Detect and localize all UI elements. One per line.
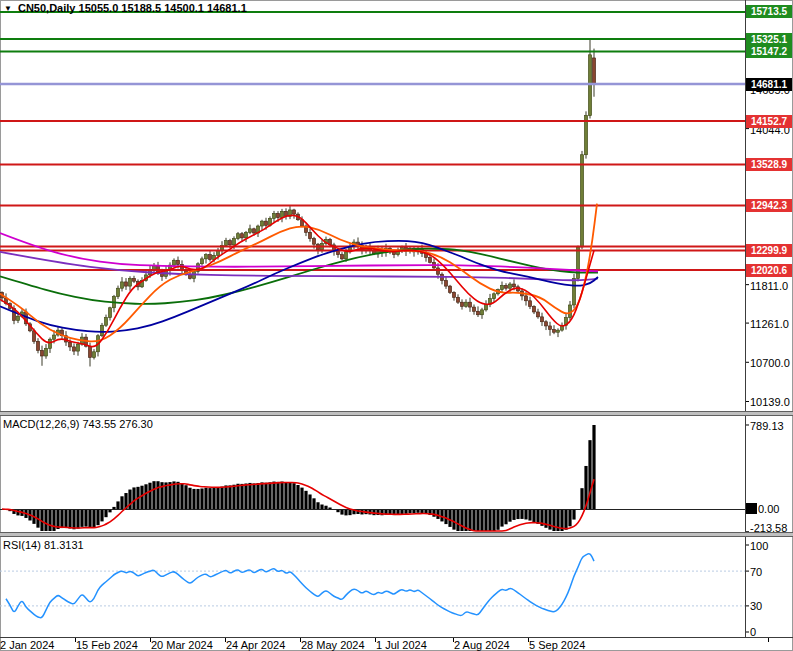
- macd-histogram-bar: [204, 488, 207, 509]
- price-scale-tick-label: 10139.0: [750, 396, 790, 408]
- current-price-label: 14681.1: [746, 78, 792, 91]
- macd-histogram-bar: [120, 496, 123, 509]
- date-label: 24 Apr 2024: [226, 639, 285, 651]
- candlestick: [224, 241, 227, 246]
- macd-histogram-bar: [212, 488, 215, 509]
- macd-histogram-bar: [236, 484, 239, 509]
- candlestick: [244, 232, 247, 238]
- macd-histogram-bar: [552, 509, 555, 531]
- price-scale-tick-label: 10700.0: [750, 357, 790, 369]
- date-label: 2 Jan 2024: [0, 639, 54, 651]
- macd-histogram-bar: [508, 509, 511, 522]
- candlestick: [576, 247, 579, 278]
- candlestick: [580, 155, 583, 247]
- macd-histogram-bar: [256, 483, 259, 509]
- macd-histogram-bar: [476, 509, 479, 531]
- macd-histogram-bar: [220, 487, 223, 509]
- price-level-label: 15325.1: [746, 33, 792, 46]
- chart-title-bar: ▼ CN50,Daily 15055.0 15188.5 14500.1 146…: [4, 2, 247, 14]
- candlestick: [556, 330, 559, 332]
- macd-histogram-bar: [60, 509, 63, 528]
- macd-histogram-bar: [52, 509, 55, 531]
- rsi-scale-100-label: 100: [750, 540, 768, 552]
- candlestick: [240, 234, 243, 238]
- macd-histogram-bar: [272, 482, 275, 509]
- candlestick: [68, 342, 71, 347]
- macd-histogram-bar: [104, 509, 107, 517]
- candlestick: [132, 278, 135, 281]
- macd-histogram-bar: [156, 481, 159, 509]
- macd-histogram-bar: [292, 483, 295, 509]
- panel-splitter-macd[interactable]: [0, 411, 793, 416]
- candlestick: [544, 322, 547, 326]
- macd-scale-zero-label: 0.00: [758, 503, 779, 515]
- price-level-label: 15147.2: [746, 45, 792, 58]
- candlestick: [120, 282, 123, 288]
- candlestick: [40, 350, 43, 356]
- macd-histogram-bar: [512, 509, 515, 520]
- macd-histogram-bar: [452, 509, 455, 530]
- candlestick: [44, 348, 47, 356]
- candlestick: [452, 292, 455, 297]
- macd-histogram-bar: [280, 482, 283, 509]
- macd-histogram-bar: [284, 482, 287, 509]
- candlestick: [492, 294, 495, 299]
- macd-histogram-bar: [64, 509, 67, 528]
- macd-histogram-bar: [320, 505, 323, 509]
- macd-histogram-bar: [372, 509, 375, 515]
- macd-histogram-bar: [440, 509, 443, 521]
- macd-histogram-bar: [488, 509, 491, 531]
- macd-histogram-bar: [444, 509, 447, 524]
- price-level-label: 12020.6: [746, 264, 792, 277]
- candlestick: [524, 296, 527, 301]
- candlestick: [464, 302, 467, 306]
- symbol-period-label: CN50,Daily: [18, 2, 75, 14]
- macd-histogram-bar: [420, 509, 423, 513]
- date-label: 15 Feb 2024: [76, 639, 138, 651]
- rsi-indicator-label: RSI(14) 81.3131: [3, 539, 84, 551]
- candlestick: [548, 326, 551, 329]
- macd-histogram-bar: [412, 509, 415, 513]
- macd-histogram-bar: [196, 489, 199, 509]
- price-level-label: 15713.5: [746, 5, 792, 18]
- symbol-marker-icon: ▼: [4, 4, 12, 13]
- macd-histogram-bar: [244, 483, 247, 509]
- macd-histogram-bar: [484, 509, 487, 531]
- macd-histogram-bar: [168, 482, 171, 509]
- macd-histogram-bar: [76, 509, 79, 529]
- candlestick: [572, 278, 575, 305]
- candlestick: [204, 255, 207, 259]
- macd-histogram-bar: [72, 509, 75, 529]
- date-label: 2 Aug 2024: [454, 639, 510, 651]
- macd-histogram-bar: [300, 488, 303, 509]
- macd-histogram-bar: [316, 502, 319, 509]
- candlestick: [116, 288, 119, 296]
- price-scale-tick-label: 11261.0: [750, 318, 789, 330]
- macd-histogram-bar: [400, 509, 403, 514]
- rsi-scale-0-label: 0: [750, 626, 756, 638]
- macd-histogram-bar: [480, 509, 483, 531]
- chart-canvas[interactable]: [0, 0, 793, 651]
- candlestick: [76, 344, 79, 351]
- candlestick: [508, 284, 511, 288]
- macd-histogram-bar: [592, 425, 595, 509]
- candlestick: [480, 310, 483, 315]
- macd-histogram-bar: [460, 509, 463, 531]
- macd-histogram-bar: [404, 509, 407, 514]
- panel-splitter-rsi[interactable]: [0, 532, 793, 537]
- macd-histogram-bar: [56, 509, 59, 529]
- macd-histogram-bar: [228, 485, 231, 509]
- macd-histogram-bar: [580, 488, 583, 509]
- ohlc-values-label: 15055.0 15188.5 14500.1 14681.1: [79, 2, 247, 14]
- macd-indicator-label: MACD(12,26,9) 743.55 276.30: [3, 418, 153, 430]
- candlestick: [232, 239, 235, 245]
- macd-current-marker: [746, 503, 757, 514]
- macd-histogram-bar: [536, 509, 539, 524]
- macd-histogram-bar: [152, 481, 155, 509]
- candlestick: [172, 260, 175, 265]
- rsi-line: [6, 554, 594, 618]
- macd-histogram-bar: [96, 509, 99, 525]
- candlestick: [100, 325, 103, 335]
- macd-histogram-bar: [308, 494, 311, 509]
- price-level-label: 13528.9: [746, 158, 792, 171]
